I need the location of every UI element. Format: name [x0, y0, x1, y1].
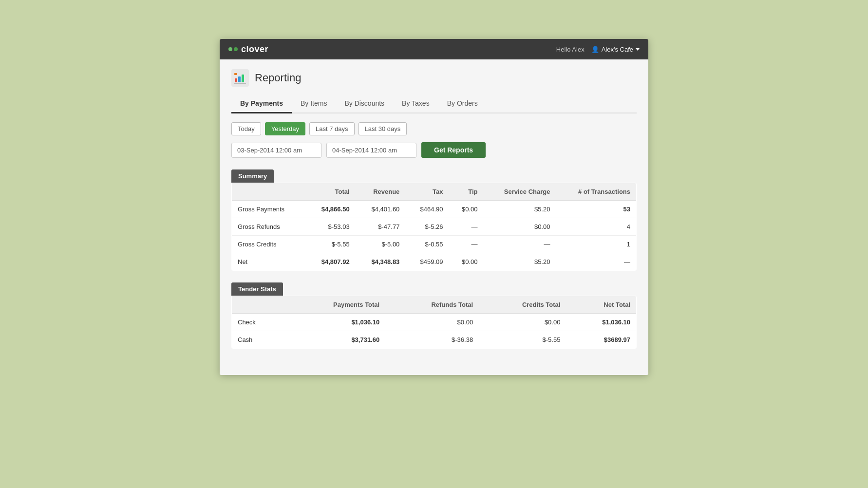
filter-last30[interactable]: Last 30 days [359, 122, 407, 135]
row-total: $4,866.50 [305, 201, 356, 218]
svg-rect-3 [234, 73, 237, 75]
date-from-input[interactable] [231, 143, 321, 158]
clover-dot-1 [228, 47, 232, 51]
row-tip: $0.00 [449, 201, 483, 218]
row-tax: $459.09 [405, 253, 449, 271]
tender-col-credits: Credits Total [479, 296, 566, 314]
tender-col-refunds: Refunds Total [385, 296, 479, 314]
tender-stats-table: Payments Total Refunds Total Credits Tot… [231, 296, 637, 349]
logo-text: clover [241, 44, 268, 55]
row-service: $5.20 [483, 201, 556, 218]
filter-last7[interactable]: Last 7 days [309, 122, 355, 135]
tab-by-items[interactable]: By Items [292, 94, 336, 113]
row-label: Check [232, 314, 284, 331]
row-total: $4,807.92 [305, 253, 356, 271]
filter-yesterday[interactable]: Yesterday [265, 122, 305, 135]
row-transactions: 53 [556, 201, 636, 218]
table-row: Gross Credits $-5.55 $-5.00 $-0.55 — — 1 [232, 236, 637, 253]
tab-by-orders[interactable]: By Orders [438, 94, 487, 113]
clover-logo: clover [228, 44, 268, 55]
store-name-dropdown[interactable]: 👤 Alex's Cafe [591, 46, 640, 53]
tender-stats-section-title: Tender Stats [231, 282, 283, 296]
filter-row: Today Yesterday Last 7 days Last 30 days [231, 122, 637, 135]
table-row: Cash $3,731.60 $-36.38 $-5.55 $3689.97 [232, 331, 637, 349]
row-net: $3689.97 [566, 331, 636, 349]
top-nav-right: Hello Alex 👤 Alex's Cafe [556, 46, 640, 53]
summary-col-transactions: # of Transactions [556, 183, 636, 201]
page-title: Reporting [255, 72, 301, 84]
summary-col-tax: Tax [405, 183, 449, 201]
row-label: Gross Refunds [232, 218, 305, 236]
row-revenue: $-47.77 [356, 218, 406, 236]
tender-col-net: Net Total [566, 296, 636, 314]
summary-col-label [232, 183, 305, 201]
tabs: By Payments By Items By Discounts By Tax… [231, 94, 637, 113]
row-net: $1,036.10 [566, 314, 636, 331]
summary-col-tip: Tip [449, 183, 483, 201]
row-transactions: 4 [556, 218, 636, 236]
row-service: $5.20 [483, 253, 556, 271]
row-transactions: — [556, 253, 636, 271]
row-service: — [483, 236, 556, 253]
svg-rect-1 [238, 76, 241, 82]
row-credits: $0.00 [479, 314, 566, 331]
page-content: Reporting By Payments By Items By Discou… [220, 59, 648, 375]
row-revenue: $4,348.83 [356, 253, 406, 271]
user-icon: 👤 [591, 46, 599, 53]
svg-rect-0 [235, 78, 237, 82]
row-service: $0.00 [483, 218, 556, 236]
tender-col-label [232, 296, 284, 314]
row-tax: $-5.26 [405, 218, 449, 236]
row-label: Gross Credits [232, 236, 305, 253]
table-row: Gross Payments $4,866.50 $4,401.60 $464.… [232, 201, 637, 218]
tender-col-payments: Payments Total [284, 296, 385, 314]
tender-stats-section: Tender Stats Payments Total Refunds Tota… [231, 282, 637, 349]
row-revenue: $4,401.60 [356, 201, 406, 218]
row-label: Gross Payments [232, 201, 305, 218]
summary-header-row: Total Revenue Tax Tip Service Charge # o… [232, 183, 637, 201]
svg-rect-2 [242, 75, 244, 82]
row-label: Cash [232, 331, 284, 349]
summary-col-service: Service Charge [483, 183, 556, 201]
tab-by-taxes[interactable]: By Taxes [393, 94, 438, 113]
tender-header-row: Payments Total Refunds Total Credits Tot… [232, 296, 637, 314]
row-credits: $-5.55 [479, 331, 566, 349]
row-tip: $0.00 [449, 253, 483, 271]
table-row: Gross Refunds $-53.03 $-47.77 $-5.26 — $… [232, 218, 637, 236]
summary-col-total: Total [305, 183, 356, 201]
clover-dot-2 [234, 47, 238, 51]
reporting-svg-icon [234, 72, 246, 84]
summary-section-title: Summary [231, 169, 274, 183]
summary-section: Summary Total Revenue Tax Tip Service Ch… [231, 169, 637, 271]
row-tax: $-0.55 [405, 236, 449, 253]
filter-today[interactable]: Today [231, 122, 261, 135]
row-total: $-5.55 [305, 236, 356, 253]
tab-by-payments[interactable]: By Payments [231, 94, 292, 113]
table-row: Check $1,036.10 $0.00 $0.00 $1,036.10 [232, 314, 637, 331]
row-tip: — [449, 218, 483, 236]
row-label: Net [232, 253, 305, 271]
browser-window: clover Hello Alex 👤 Alex's Cafe [220, 39, 648, 375]
table-row: Net $4,807.92 $4,348.83 $459.09 $0.00 $5… [232, 253, 637, 271]
summary-col-revenue: Revenue [356, 183, 406, 201]
chevron-down-icon [636, 48, 640, 51]
store-name-label: Alex's Cafe [602, 46, 633, 53]
hello-text: Hello Alex [556, 46, 585, 53]
date-to-input[interactable] [326, 143, 416, 158]
row-revenue: $-5.00 [356, 236, 406, 253]
summary-table: Total Revenue Tax Tip Service Charge # o… [231, 183, 637, 271]
row-refunds: $0.00 [385, 314, 479, 331]
tab-by-discounts[interactable]: By Discounts [336, 94, 393, 113]
clover-logo-icon [228, 47, 238, 51]
get-reports-button[interactable]: Get Reports [421, 142, 486, 158]
row-refunds: $-36.38 [385, 331, 479, 349]
row-payments: $1,036.10 [284, 314, 385, 331]
row-payments: $3,731.60 [284, 331, 385, 349]
row-transactions: 1 [556, 236, 636, 253]
row-tax: $464.90 [405, 201, 449, 218]
page-title-row: Reporting [231, 69, 637, 87]
row-tip: — [449, 236, 483, 253]
date-row: Get Reports [231, 142, 637, 158]
reporting-icon [231, 69, 249, 87]
row-total: $-53.03 [305, 218, 356, 236]
